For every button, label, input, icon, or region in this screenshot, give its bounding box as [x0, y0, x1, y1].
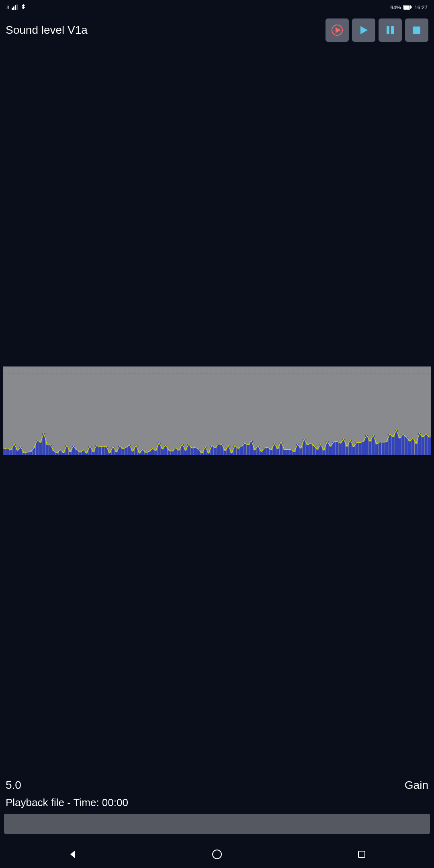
home-button[interactable] [205, 846, 229, 862]
recents-icon [356, 849, 367, 860]
signal-number: 3 [6, 4, 9, 10]
gain-row: 5.0 Gain [0, 776, 434, 795]
svg-rect-12 [413, 27, 420, 34]
play-icon [358, 25, 369, 36]
pause-icon [385, 25, 396, 36]
svg-point-7 [332, 25, 342, 35]
svg-rect-15 [358, 851, 365, 858]
waveform-container [3, 366, 431, 455]
nav-bar [0, 842, 434, 868]
battery-icon [403, 5, 412, 10]
gain-value: 5.0 [6, 779, 21, 792]
waveform-canvas [3, 366, 431, 455]
record-icon [331, 24, 343, 36]
back-icon [67, 849, 78, 860]
playback-info: Playback file - Time: 00:00 [0, 795, 434, 814]
main-content: 5.0 Gain Playback file - Time: 00:00 [0, 46, 434, 842]
status-left: 3 [6, 4, 26, 10]
recents-button[interactable] [350, 846, 374, 862]
svg-marker-13 [70, 850, 75, 858]
home-icon [212, 849, 222, 860]
header: Sound level V1a [0, 14, 434, 46]
gain-label: Gain [405, 779, 428, 792]
app-title: Sound level V1a [6, 24, 88, 37]
stop-button[interactable] [405, 18, 428, 42]
svg-marker-8 [336, 27, 341, 33]
pause-button[interactable] [379, 18, 402, 42]
controls [326, 18, 428, 42]
spacer-top [0, 46, 434, 366]
signal-icon [12, 4, 19, 10]
svg-marker-9 [360, 26, 368, 34]
svg-rect-5 [404, 6, 410, 9]
svg-rect-3 [16, 4, 18, 10]
status-bar: 3 94% 16:27 [0, 0, 434, 14]
battery-text: 94% [390, 4, 401, 10]
back-button[interactable] [60, 846, 84, 862]
time-text: 16:27 [414, 4, 428, 10]
playback-text: Playback file - Time: 00:00 [6, 796, 128, 809]
status-right: 94% 16:27 [390, 4, 428, 10]
play-button[interactable] [352, 18, 375, 42]
svg-rect-10 [387, 26, 389, 34]
record-button[interactable] [326, 18, 349, 42]
spacer-bottom [0, 455, 434, 776]
progress-bar[interactable] [4, 814, 430, 834]
svg-rect-11 [391, 26, 394, 34]
svg-rect-2 [15, 5, 16, 10]
usb-icon [21, 4, 26, 10]
svg-rect-6 [411, 6, 412, 8]
svg-point-14 [213, 850, 221, 859]
svg-rect-0 [12, 8, 13, 10]
stop-icon [411, 25, 422, 36]
svg-rect-1 [13, 6, 14, 10]
